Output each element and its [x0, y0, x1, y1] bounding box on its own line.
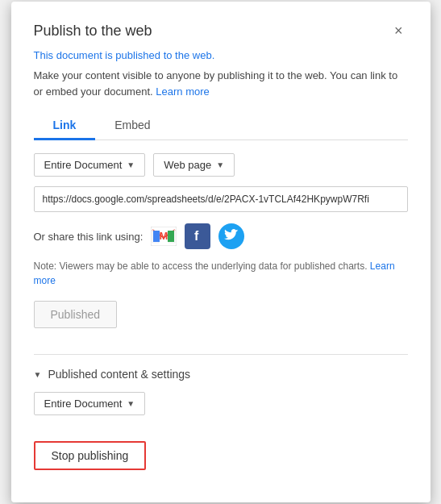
svg-text:M: M: [160, 230, 168, 242]
tab-embed[interactable]: Embed: [95, 112, 169, 140]
published-button-container: Published: [34, 301, 408, 341]
scope-chevron-icon: ▼: [127, 160, 135, 169]
url-input[interactable]: [34, 186, 408, 212]
settings-toggle[interactable]: ▼ Published content & settings: [34, 368, 408, 381]
share-label: Or share this link using:: [34, 231, 144, 243]
settings-scope-dropdown[interactable]: Entire Document ▼: [34, 392, 146, 415]
dropdowns-row: Entire Document ▼ Web page ▼: [34, 153, 408, 177]
description-learn-more-link[interactable]: Learn more: [156, 85, 209, 98]
publish-dialog: Publish to the web × This document is pu…: [11, 2, 431, 502]
published-status-text: This document is published to the web.: [34, 49, 408, 61]
dialog-title: Publish to the web: [34, 23, 152, 40]
close-button[interactable]: ×: [389, 21, 408, 41]
format-dropdown[interactable]: Web page ▼: [153, 153, 235, 177]
dialog-header: Publish to the web ×: [34, 21, 408, 41]
note-text: Note: Viewers may be able to access the …: [34, 259, 408, 288]
svg-rect-2: [168, 231, 174, 242]
section-divider: [34, 354, 408, 355]
facebook-icon[interactable]: f: [185, 223, 210, 249]
published-button: Published: [34, 301, 118, 328]
settings-toggle-label: Published content & settings: [48, 368, 190, 381]
settings-controls: Entire Document ▼ Stop publishing: [34, 392, 408, 470]
format-chevron-icon: ▼: [216, 160, 224, 169]
twitter-icon[interactable]: [218, 223, 244, 249]
expand-icon: ▼: [34, 370, 42, 379]
settings-scope-chevron-icon: ▼: [127, 399, 135, 408]
svg-text:f: f: [194, 229, 199, 243]
tab-link[interactable]: Link: [34, 112, 96, 140]
settings-section: ▼ Published content & settings Entire Do…: [34, 368, 408, 470]
stop-publishing-button[interactable]: Stop publishing: [34, 441, 147, 470]
description-text: Make your content visible to anyone by p…: [34, 68, 408, 99]
gmail-icon[interactable]: M: [151, 223, 177, 249]
share-row: Or share this link using: M f: [34, 223, 408, 249]
tab-bar: Link Embed: [34, 112, 408, 140]
scope-dropdown[interactable]: Entire Document ▼: [34, 153, 146, 177]
